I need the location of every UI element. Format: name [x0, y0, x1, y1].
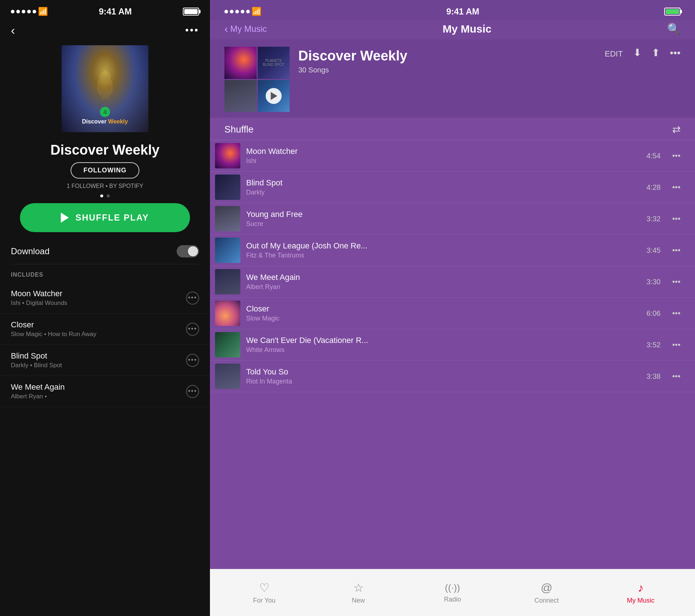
track-more-1[interactable]: ••• — [186, 292, 199, 305]
song-more-3[interactable]: ••• — [672, 214, 681, 223]
left-back-button[interactable]: ‹ — [11, 24, 15, 36]
playlist-cover-container: ♫ Discover Weekly — [0, 42, 210, 139]
left-more-button[interactable]: ••• — [185, 24, 199, 36]
song-more-4[interactable]: ••• — [672, 246, 681, 255]
song-thumb-3 — [215, 206, 240, 231]
following-button[interactable]: FOLLOWING — [71, 162, 140, 179]
left-status-bar: 📶 9:41 AM — [0, 0, 210, 20]
toggle-thumb — [188, 246, 198, 256]
playlist-header-info: Discover Weekly 30 Songs — [298, 47, 596, 74]
song-thumb-1 — [215, 143, 240, 168]
right-song-list: Moon Watcher Ishi 4:54 ••• Blind Spot Da… — [210, 140, 695, 569]
shuffle-icon[interactable]: ⇄ — [672, 123, 681, 135]
song-name-7: We Can't Ever Die (Vacationer R... — [246, 336, 641, 345]
download-label: Download — [11, 246, 50, 256]
nav-item-new[interactable]: ☆ New — [311, 581, 405, 604]
song-item-8[interactable]: Told You So Riot In Magenta 3:38 ••• — [210, 361, 695, 392]
includes-label: INCLUDES — [0, 264, 210, 282]
indicator-dot-2 — [107, 194, 110, 197]
nav-item-radio[interactable]: ((·)) Radio — [405, 582, 500, 603]
song-name-5: We Meet Again — [246, 273, 641, 282]
signal-dot — [235, 10, 239, 13]
song-name-4: Out of My League (Josh One Re... — [246, 241, 641, 251]
song-thumb-5 — [215, 269, 240, 294]
song-duration-1: 4:54 — [646, 152, 661, 160]
right-time: 9:41 AM — [446, 7, 479, 17]
share-icon[interactable]: ⬆ — [652, 47, 660, 59]
song-name-2: Blind Spot — [246, 178, 641, 188]
playlist-cover: ♫ Discover Weekly — [62, 45, 148, 132]
more-icon[interactable]: ••• — [670, 47, 681, 59]
collage-play-overlay — [266, 88, 282, 104]
song-artist-6: Slow Magic — [246, 315, 641, 322]
track-name-1: Moon Watcher — [11, 289, 67, 298]
right-back-button[interactable]: ‹ My Music — [224, 23, 267, 35]
song-artist-8: Riot In Magenta — [246, 378, 641, 385]
song-item-1[interactable]: Moon Watcher Ishi 4:54 ••• — [210, 140, 695, 172]
song-more-7[interactable]: ••• — [672, 340, 681, 349]
right-status-bar: 📶 9:41 AM — [210, 0, 695, 20]
edit-button[interactable]: EDIT — [605, 49, 623, 59]
song-name-6: Closer — [246, 304, 641, 314]
track-name-2: Closer — [11, 320, 96, 330]
wifi-icon: 📶 — [38, 7, 48, 16]
indicator-dot-1 — [100, 194, 103, 197]
song-item-2[interactable]: Blind Spot Darkly 4:28 ••• — [210, 172, 695, 203]
collage-cell-4[interactable] — [258, 80, 290, 112]
song-item-6[interactable]: Closer Slow Magic 6:06 ••• — [210, 298, 695, 329]
left-panel: 📶 9:41 AM ‹ ••• ♫ — [0, 0, 210, 616]
signal-dots: 📶 — [11, 7, 48, 16]
song-thumb-7 — [215, 332, 240, 357]
wifi-icon: 📶 — [252, 7, 261, 16]
song-more-8[interactable]: ••• — [672, 372, 681, 381]
song-thumb-8 — [215, 364, 240, 389]
song-artist-1: Ishi — [246, 157, 641, 165]
download-toggle[interactable] — [177, 245, 199, 257]
signal-dot — [22, 10, 25, 13]
shuffle-play-button[interactable]: SHUFFLE PLAY — [20, 203, 190, 232]
radio-icon: ((·)) — [445, 582, 460, 594]
song-info-2: Blind Spot Darkly — [246, 178, 641, 196]
nav-item-for-you[interactable]: ♡ For You — [217, 581, 311, 604]
heart-icon: ♡ — [259, 581, 270, 595]
play-triangle-icon — [61, 213, 69, 223]
song-more-6[interactable]: ••• — [672, 309, 681, 318]
left-playlist-title: Discover Weekly — [0, 139, 210, 159]
nav-label-for-you: For You — [253, 597, 275, 604]
signal-dot — [230, 10, 233, 13]
song-duration-2: 4:28 — [646, 183, 661, 192]
song-more-5[interactable]: ••• — [672, 277, 681, 286]
track-more-4[interactable]: ••• — [186, 385, 199, 398]
nav-item-my-music[interactable]: ♪ My Music — [594, 581, 688, 604]
nav-item-connect[interactable]: @ Connect — [500, 581, 594, 604]
song-more-2[interactable]: ••• — [672, 183, 681, 192]
song-item-3[interactable]: Young and Free Sucre 3:32 ••• — [210, 203, 695, 235]
search-button[interactable]: 🔍 — [667, 22, 681, 35]
song-item-5[interactable]: We Meet Again Albert Ryan 3:30 ••• — [210, 266, 695, 298]
left-track-list: Moon Watcher Ishi • Digital Wounds ••• C… — [0, 282, 210, 616]
song-duration-5: 3:30 — [646, 278, 661, 286]
left-battery-icon — [183, 8, 199, 16]
track-info-3: Blind Spot Darkly • Blind Spot — [11, 351, 62, 369]
track-more-3[interactable]: ••• — [186, 354, 199, 367]
song-artist-7: White Arrows — [246, 346, 641, 354]
playlist-meta: 1 FOLLOWER • BY SPOTIFY — [0, 181, 210, 192]
song-info-4: Out of My League (Josh One Re... Fitz & … — [246, 241, 641, 259]
back-chevron-icon: ‹ — [224, 23, 228, 35]
song-more-1[interactable]: ••• — [672, 151, 681, 160]
song-item-7[interactable]: We Can't Ever Die (Vacationer R... White… — [210, 329, 695, 361]
song-item-4[interactable]: Out of My League (Josh One Re... Fitz & … — [210, 235, 695, 266]
battery-fill — [184, 9, 198, 14]
download-icon[interactable]: ⬇ — [633, 47, 641, 59]
song-info-7: We Can't Ever Die (Vacationer R... White… — [246, 336, 641, 354]
song-duration-6: 6:06 — [646, 309, 661, 318]
music-note-icon: ♪ — [638, 581, 644, 595]
song-name-1: Moon Watcher — [246, 147, 641, 156]
signal-dot — [27, 10, 31, 13]
right-back-label: My Music — [230, 24, 267, 34]
track-more-2[interactable]: ••• — [186, 323, 199, 336]
track-item-3: Blind Spot Darkly • Blind Spot ••• — [0, 345, 210, 376]
song-duration-7: 3:52 — [646, 341, 661, 349]
nav-label-connect: Connect — [534, 597, 559, 604]
spotify-logo: ♫ — [100, 107, 110, 117]
